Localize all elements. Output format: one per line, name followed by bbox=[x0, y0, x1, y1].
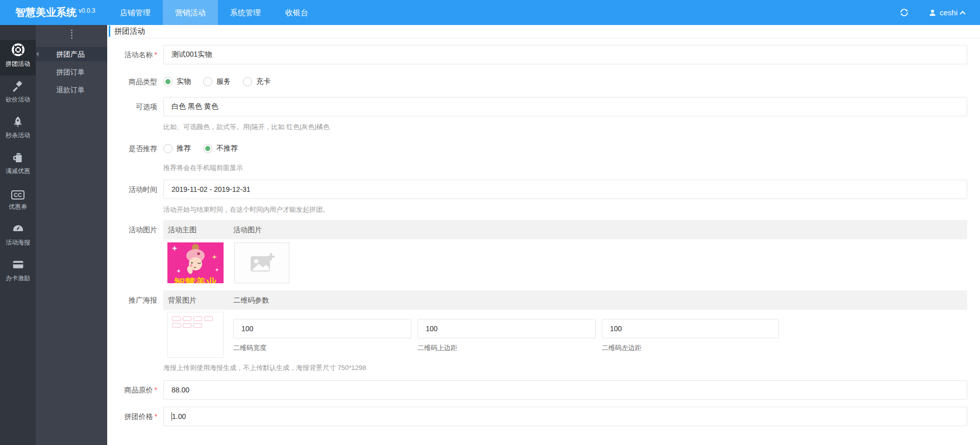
submenu-collapse-icon[interactable] bbox=[36, 30, 107, 39]
radio-label[interactable]: 服务 bbox=[216, 77, 231, 86]
page-title: 拼团活动 bbox=[109, 26, 980, 37]
submenu-item-group-orders[interactable]: 拼团订单 bbox=[36, 65, 107, 79]
required-mark: * bbox=[155, 386, 157, 394]
qr-left-margin-label: 二维码左边距 bbox=[602, 343, 779, 353]
time-hint: 活动开始与结束时间，在这个时间内用户才能发起拼团。 bbox=[163, 205, 967, 214]
sidebar-item-groupbuy[interactable]: 拼团活动 bbox=[0, 40, 36, 76]
sidebar-item-coupon[interactable]: CC 优惠券 bbox=[0, 183, 36, 218]
top-nav: 店铺管理 营销活动 系统管理 收银台 bbox=[108, 0, 321, 25]
sidebar-item-label: 优惠券 bbox=[9, 203, 27, 211]
qr-left-margin-input[interactable] bbox=[602, 319, 779, 338]
form-row-recommend: 是否推荐 推荐 不推荐 推荐将会在手机端前面显示 bbox=[107, 139, 973, 172]
column-header: 活动图片 bbox=[233, 220, 262, 239]
original-price-input[interactable] bbox=[163, 380, 967, 400]
sidebar-item-card[interactable]: 办卡激励 bbox=[0, 254, 36, 290]
qr-top-margin-input[interactable] bbox=[418, 319, 596, 338]
username: ceshi bbox=[940, 8, 958, 17]
submenu-item-group-products[interactable]: 拼团产品 bbox=[36, 47, 107, 61]
app-title: 智慧美业系统v0.0.3 bbox=[15, 6, 95, 19]
user-menu[interactable]: ceshi bbox=[928, 8, 965, 17]
activity-name-input[interactable] bbox=[163, 45, 967, 64]
image-upload-placeholder[interactable] bbox=[234, 242, 289, 283]
required-mark: * bbox=[155, 412, 157, 421]
images-section-header: 活动主图 活动图片 bbox=[163, 220, 967, 239]
sidebar-item-label: 办卡激励 bbox=[6, 274, 30, 283]
user-icon bbox=[928, 9, 937, 17]
nav-item-shop[interactable]: 店铺管理 bbox=[108, 0, 163, 25]
sidebar-item-flashsale[interactable]: 秒杀活动 bbox=[0, 111, 36, 147]
activity-time-input[interactable] bbox=[163, 180, 967, 199]
poster-background-thumbnail[interactable] bbox=[167, 312, 224, 358]
form-row-group-price: 拼团价格* 1.00 bbox=[107, 407, 973, 426]
icon-sidebar: 拼团活动 砍价活动 秒杀活动 bbox=[0, 25, 36, 445]
credit-card-icon bbox=[12, 254, 24, 271]
gavel-icon bbox=[12, 76, 24, 92]
field-label: 商品类型 bbox=[107, 72, 163, 91]
sidebar-item-poster[interactable]: 活动海报 bbox=[0, 218, 36, 254]
field-label: 拼团价格* bbox=[107, 407, 163, 426]
sidebar-item-bargain[interactable]: 砍价活动 bbox=[0, 76, 36, 111]
group-price-input[interactable]: 1.00 bbox=[163, 407, 967, 426]
nav-item-system[interactable]: 系统管理 bbox=[218, 0, 273, 25]
field-label: 活动图片 bbox=[107, 220, 163, 283]
field-label: 是否推荐 bbox=[107, 139, 163, 172]
app-version: v0.0.3 bbox=[79, 7, 95, 14]
options-hint: 比如、可选颜色，款式等。用|隔开，比如 红色|灰色|橘色 bbox=[163, 122, 967, 131]
field-label: 活动时间 bbox=[107, 180, 163, 214]
nav-item-marketing[interactable]: 营销活动 bbox=[163, 0, 218, 25]
sidebar-item-label: 满减优惠 bbox=[6, 167, 30, 176]
form-row-activity-images: 活动图片 活动主图 活动图片 bbox=[107, 220, 973, 283]
product-type-radio-group: 实物 服务 充卡 bbox=[163, 72, 967, 91]
radio-type-recharge[interactable] bbox=[243, 77, 252, 86]
qr-params-area: 二维码宽度 二维码上边距 二维码左边距 bbox=[233, 319, 967, 358]
column-header: 背景图片 bbox=[163, 290, 233, 310]
radio-recommend-no[interactable] bbox=[203, 144, 212, 153]
form-row-original-price: 商品原价* bbox=[107, 380, 973, 400]
qr-top-margin-label: 二维码上边距 bbox=[418, 343, 596, 353]
main-image-caption: 智慧美业 bbox=[174, 277, 217, 283]
submenu-list: 拼团产品 拼团订单 退款订单 bbox=[36, 47, 107, 97]
form-row-promo-poster: 推广海报 背景图片 二维码参数 bbox=[107, 290, 973, 372]
mug-icon bbox=[12, 147, 24, 164]
app-window: 智慧美业系统v0.0.3 店铺管理 营销活动 系统管理 收银台 ceshi bbox=[0, 0, 980, 445]
field-label: 活动名称* bbox=[107, 45, 163, 64]
options-input[interactable] bbox=[163, 97, 967, 116]
cc-icon: CC bbox=[11, 183, 24, 200]
recommend-hint: 推荐将会在手机端前面显示 bbox=[163, 163, 967, 172]
qr-width-input[interactable] bbox=[233, 319, 411, 338]
radio-type-service[interactable] bbox=[203, 77, 212, 86]
groupbuy-form: 活动名称* 商品类型 实物 服务 充卡 bbox=[107, 38, 980, 426]
group-price-value: 1.00 bbox=[172, 412, 186, 421]
radio-type-physical[interactable] bbox=[163, 77, 173, 86]
life-ring-icon bbox=[11, 40, 25, 57]
form-row-activity-time: 活动时间 活动开始与结束时间，在这个时间内用户才能发起拼团。 bbox=[107, 180, 973, 214]
sidebar-item-discount[interactable]: 满减优惠 bbox=[0, 147, 36, 183]
radio-label[interactable]: 实物 bbox=[177, 77, 191, 86]
nav-item-cashier[interactable]: 收银台 bbox=[273, 0, 321, 25]
form-row-product-type: 商品类型 实物 服务 充卡 bbox=[107, 72, 973, 91]
image-plus-icon bbox=[249, 252, 275, 274]
app-title-text: 智慧美业系统 bbox=[15, 7, 77, 18]
radio-label[interactable]: 充卡 bbox=[256, 77, 271, 86]
form-row-options: 可选项 比如、可选颜色，款式等。用|隔开，比如 红色|灰色|橘色 bbox=[107, 97, 973, 131]
poster-section-header: 背景图片 二维码参数 bbox=[163, 290, 967, 310]
required-mark: * bbox=[155, 51, 157, 59]
radio-recommend-yes[interactable] bbox=[163, 144, 173, 153]
poster-body: 二维码宽度 二维码上边距 二维码左边距 bbox=[163, 312, 967, 358]
caret-up-icon bbox=[960, 11, 965, 16]
sidebar-item-label: 拼团活动 bbox=[6, 60, 30, 68]
sidebar-item-label: 活动海报 bbox=[6, 238, 30, 247]
field-label: 可选项 bbox=[107, 97, 163, 131]
sidebar-item-label: 秒杀活动 bbox=[6, 131, 30, 140]
poster-hint: 海报上传则使用海报生成，不上传默认生成，海报背景尺寸 750*1298 bbox=[163, 363, 967, 372]
column-header: 活动主图 bbox=[163, 220, 233, 239]
topbar: 智慧美业系统v0.0.3 店铺管理 营销活动 系统管理 收银台 ceshi bbox=[0, 0, 980, 25]
submenu-item-refund-orders[interactable]: 退款订单 bbox=[36, 83, 107, 97]
column-header: 二维码参数 bbox=[233, 290, 269, 310]
radio-label[interactable]: 不推荐 bbox=[216, 144, 238, 153]
refresh-icon[interactable] bbox=[899, 8, 909, 17]
main-image-thumbnail[interactable]: 智慧美业 bbox=[167, 242, 224, 283]
submenu-sidebar: 拼团产品 拼团订单 退款订单 bbox=[36, 25, 107, 445]
radio-label[interactable]: 推荐 bbox=[177, 144, 191, 153]
field-label: 商品原价* bbox=[107, 380, 163, 400]
